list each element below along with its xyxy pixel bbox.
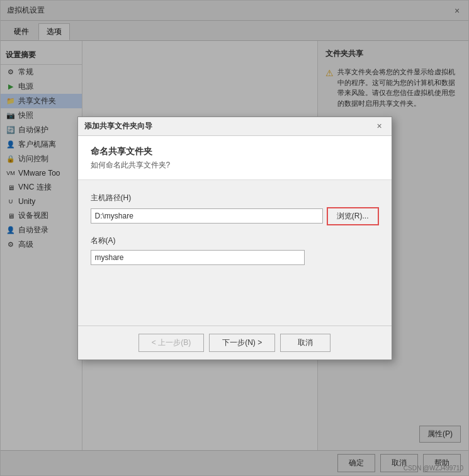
- name-group: 名称(A): [91, 235, 379, 265]
- main-window: 虚拟机设置 × 硬件 选项 设置 摘要 ⚙ 常规 ▶ 电源 📁 共享文: [0, 0, 469, 476]
- wizard-header-subtitle: 如何命名此共享文件夹?: [91, 160, 379, 171]
- wizard-spacer: [91, 275, 379, 313]
- name-label: 名称(A): [91, 235, 379, 246]
- host-path-row: 浏览(R)...: [91, 207, 379, 225]
- wizard-dialog: 添加共享文件夹向导 × 命名共享文件夹 如何命名此共享文件夹? 主机路径(H) …: [77, 116, 392, 360]
- host-path-label: 主机路径(H): [91, 193, 379, 203]
- next-button[interactable]: 下一步(N) >: [209, 334, 275, 352]
- host-path-group: 主机路径(H) 浏览(R)...: [91, 193, 379, 225]
- name-input[interactable]: [91, 250, 305, 265]
- wizard-overlay: 添加共享文件夹向导 × 命名共享文件夹 如何命名此共享文件夹? 主机路径(H) …: [1, 1, 468, 475]
- wizard-cancel-button[interactable]: 取消: [280, 334, 331, 352]
- wizard-header: 命名共享文件夹 如何命名此共享文件夹?: [78, 136, 392, 180]
- wizard-close-button[interactable]: ×: [374, 120, 385, 132]
- wizard-body: 主机路径(H) 浏览(R)... 名称(A): [78, 180, 392, 326]
- wizard-title: 添加共享文件夹向导: [84, 121, 152, 132]
- host-path-input[interactable]: [91, 208, 323, 224]
- wizard-footer: < 上一步(B) 下一步(N) > 取消: [78, 326, 392, 360]
- browse-button[interactable]: 浏览(R)...: [327, 207, 379, 225]
- wizard-header-title: 命名共享文件夹: [91, 146, 379, 157]
- wizard-title-bar: 添加共享文件夹向导 ×: [78, 117, 392, 136]
- prev-button[interactable]: < 上一步(B): [138, 334, 204, 352]
